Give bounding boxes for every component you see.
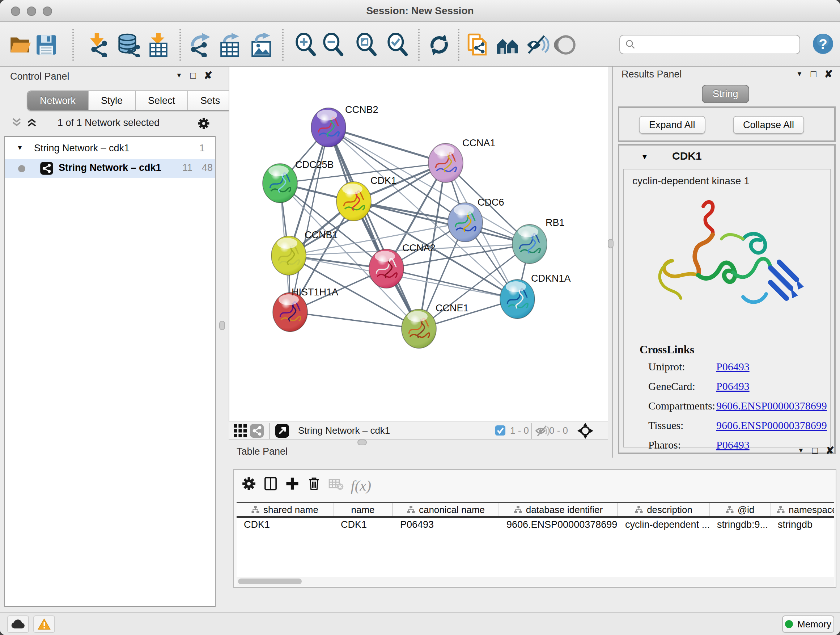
table-options-gear-icon[interactable] [241, 476, 257, 492]
results-panel-float-icon[interactable]: ▼ [796, 70, 803, 78]
bottom-splitter-handle[interactable] [357, 440, 367, 445]
column-header-shared-name[interactable]: shared name [237, 503, 333, 516]
show-columns-icon[interactable] [263, 476, 279, 492]
network-view-icon[interactable] [249, 424, 264, 438]
app-window: Session: New Session [0, 0, 840, 635]
birds-eye-view-button[interactable] [553, 32, 579, 58]
delete-table-icon[interactable] [328, 476, 344, 492]
table-row[interactable]: CDK1 CDK1 P06493 9606.ENSP00000378699 cy… [237, 519, 834, 533]
selected-checkbox[interactable] [495, 425, 506, 436]
table-panel-close-icon[interactable]: ✘ [826, 445, 834, 456]
cell-canonical-name[interactable]: P06493 [393, 519, 499, 533]
import-table-button[interactable] [145, 32, 172, 58]
zoom-out-button[interactable] [321, 32, 347, 58]
cell-description[interactable]: cyclin-dependent ... [618, 519, 710, 533]
import-network-icon [86, 33, 110, 57]
hide-graphics-details-button[interactable] [525, 32, 551, 58]
cell-id[interactable]: stringdb:9... [710, 519, 771, 533]
control-panel-float-icon[interactable]: ▼ [176, 72, 182, 79]
grid-view-icon[interactable] [233, 424, 248, 438]
control-panel-maximize-icon[interactable]: □ [190, 70, 196, 81]
import-network-button[interactable] [85, 32, 111, 58]
export-network-button[interactable] [187, 32, 213, 58]
column-header-description[interactable]: description [618, 503, 710, 516]
collection-expand-icon[interactable]: ▼ [17, 144, 23, 152]
collapse-all-button[interactable]: Collapse All [733, 116, 804, 134]
column-header-namespace[interactable]: namespace [771, 503, 834, 516]
crosslink-uniprot-link[interactable]: P06493 [716, 361, 750, 373]
scrollbar-thumb[interactable] [238, 578, 302, 584]
zoom-selected-button[interactable] [385, 32, 411, 58]
cell-name[interactable]: CDK1 [333, 519, 393, 533]
cell-shared-name[interactable]: CDK1 [237, 519, 333, 533]
crosslink-tissues-link[interactable]: 9606.ENSP00000378699 [716, 419, 827, 432]
warnings-button[interactable] [33, 616, 55, 633]
hidden-eye-icon[interactable] [535, 424, 550, 438]
table-panel-maximize-icon[interactable]: □ [812, 445, 818, 456]
hidden-node-edge-counts: 0 - 0 [549, 425, 568, 436]
results-panel-close-icon[interactable]: ✘ [824, 68, 833, 80]
memory-button[interactable]: Memory [782, 616, 834, 633]
table-horizontal-scrollbar[interactable] [237, 577, 834, 586]
svg-text:RB1: RB1 [546, 217, 565, 228]
results-entry-box: ▼ CDK1 cyclin-dependent kinase 1 [618, 144, 836, 454]
save-session-button[interactable] [33, 32, 59, 58]
function-builder-icon[interactable]: f(x) [349, 476, 374, 492]
import-network-from-database-button[interactable] [115, 32, 141, 58]
zoom-fit-button[interactable] [354, 32, 380, 58]
crosslink-row: GeneCard: P06493 [648, 380, 829, 393]
export-image-button[interactable] [248, 32, 274, 58]
gene-description: cyclin-dependent kinase 1 [632, 175, 750, 187]
export-table-button[interactable] [217, 32, 243, 58]
network-collection-row[interactable]: ▼ String Network – cdk1 1 [5, 141, 215, 158]
column-header-database-identifier[interactable]: database identifier [499, 503, 618, 516]
delete-column-icon[interactable] [306, 476, 322, 492]
cell-namespace[interactable]: stringdb [771, 519, 834, 533]
network-row-selected[interactable]: String Network – cdk1 11 48 [5, 159, 215, 178]
network-options-gear-icon[interactable] [197, 117, 210, 133]
network-tree: ▼ String Network – cdk1 1 String Network… [4, 136, 216, 607]
tab-network[interactable]: Network [27, 91, 88, 110]
main-toolbar: ? [0, 22, 840, 67]
memory-status-dot [785, 620, 793, 628]
results-panel-title: Results Panel [622, 69, 682, 80]
status-bar: Memory [0, 612, 840, 635]
tab-sets[interactable]: Sets [187, 91, 232, 110]
copy-style-button[interactable] [464, 32, 491, 58]
help-button[interactable]: ? [812, 33, 834, 55]
crosslink-label: Tissues: [648, 419, 684, 431]
tab-style[interactable]: Style [88, 91, 135, 110]
cell-database-identifier[interactable]: 9606.ENSP00000378699 [499, 519, 618, 533]
add-column-icon[interactable] [284, 476, 300, 492]
tab-string[interactable]: String [702, 85, 749, 103]
network-edge-count: 48 [202, 162, 213, 173]
pan-crosshair-icon[interactable] [577, 423, 593, 439]
network-canvas[interactable]: CCNB2CCNA1CDC25BCDK1CDC6RB1CCNB1CCNA2CDK… [229, 67, 608, 421]
zoom-in-button[interactable] [293, 32, 319, 58]
column-header-name[interactable]: name [333, 503, 393, 516]
table-panel-float-icon[interactable]: ▼ [798, 447, 804, 454]
control-panel-close-icon[interactable]: ✘ [204, 70, 212, 81]
cloud-status-button[interactable] [7, 616, 29, 633]
gene-entry-header[interactable]: ▼ CDK1 [619, 146, 834, 169]
show-all-button[interactable] [495, 32, 521, 58]
search-input[interactable] [619, 35, 800, 54]
right-splitter-handle[interactable] [608, 239, 614, 249]
export-table-icon [218, 33, 242, 57]
crosslink-genecard-link[interactable]: P06493 [716, 380, 750, 393]
gene-name: CDK1 [672, 150, 702, 162]
gene-collapse-icon[interactable]: ▼ [641, 153, 648, 161]
network-status-dot [18, 165, 25, 172]
detach-view-icon[interactable] [275, 424, 289, 438]
tab-select[interactable]: Select [135, 91, 187, 110]
results-controls-box: Expand All Collapse All [618, 106, 836, 142]
expand-all-button[interactable]: Expand All [639, 116, 706, 134]
svg-text:CDKN1A: CDKN1A [531, 273, 571, 284]
left-splitter-handle[interactable] [219, 321, 225, 330]
results-panel-maximize-icon[interactable]: □ [811, 68, 816, 80]
column-header-id[interactable]: @id [710, 503, 771, 516]
column-header-canonical-name[interactable]: canonical name [393, 503, 499, 516]
open-session-button[interactable] [7, 32, 33, 58]
apply-layout-button[interactable] [426, 32, 452, 58]
crosslink-compartments-link[interactable]: 9606.ENSP00000378699 [716, 400, 827, 412]
